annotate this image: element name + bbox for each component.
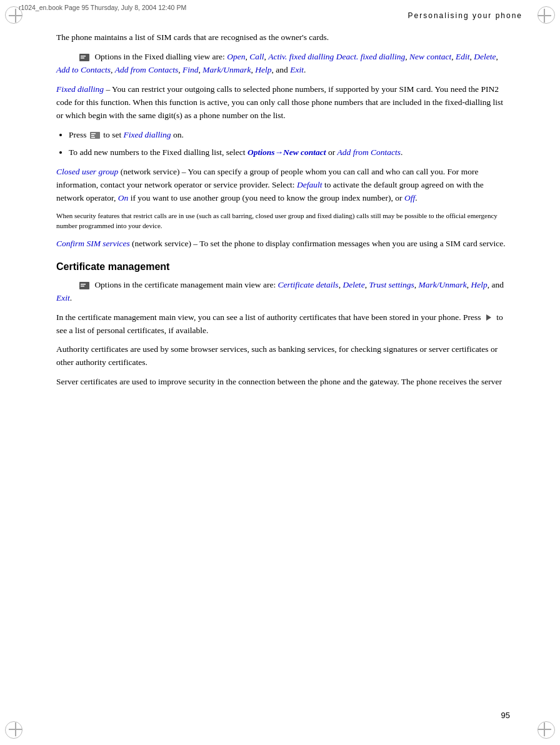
options-fixed-activ: Activ. fixed dialling (268, 52, 334, 61)
cert-body1-text: In the certificate management main view,… (56, 312, 483, 322)
closed-ug-off: Off (404, 193, 415, 202)
bullet1-suffix: on. (173, 130, 184, 139)
main-content: The phone maintains a list of SIM cards … (0, 25, 560, 408)
options-fixed-help: Help (255, 65, 271, 74)
page-number-text: 95 (501, 711, 510, 720)
cert-management-heading: Certificate management (56, 259, 510, 275)
and1: , and (272, 65, 291, 74)
cert-options-items: Certificate details (278, 280, 339, 289)
cert-options-prefix: Options in the certificate management ma… (94, 280, 278, 289)
options-fixed-call: Call (249, 52, 264, 61)
options-fixed-delete: Delete (474, 52, 496, 61)
options-fixed-items: Open (227, 52, 245, 61)
svg-rect-1 (81, 56, 86, 57)
cert-comma4: , (467, 280, 471, 289)
comma7: , (111, 65, 115, 74)
page-number: 95 (501, 711, 510, 720)
menu-icon (89, 130, 103, 139)
cert-icon (79, 280, 94, 289)
closed-ug-on-desc: if you want to use another group (you ne… (128, 193, 404, 202)
confirm-sim-body: (network service) – To set the phone to … (130, 239, 506, 248)
comma4: , (451, 52, 456, 61)
bullet1-fixed-dialling: Fixed dialling (124, 130, 171, 139)
security-note-text: When security features that restrict cal… (56, 212, 498, 229)
options-fixed-newcontact: New contact (409, 52, 451, 61)
bullet-list: Press to set Fixed dialling on. To add n… (69, 129, 510, 160)
fixed-dialling-dash: – You can restrict your outgoing calls t… (56, 84, 503, 120)
closed-ug-on: On (118, 193, 129, 202)
list-icon (79, 52, 94, 61)
cert-options-trust: Trust settings (369, 280, 414, 289)
comma6: , (496, 52, 498, 61)
closed-user-group-label: Closed user group (56, 167, 118, 176)
comma8: , (178, 65, 182, 74)
bullet2-period: . (401, 148, 402, 157)
cert-comma3: , (414, 280, 419, 289)
options-fixed-edit: Edit (456, 52, 470, 61)
intro-paragraph: The phone maintains a list of SIM cards … (56, 31, 510, 44)
cert-period: . (70, 293, 72, 302)
svg-rect-2 (81, 58, 84, 59)
cert-options-exit: Exit (56, 293, 70, 302)
cert-and: , and (488, 280, 504, 289)
fixed-dialling-paragraph: Fixed dialling – You can restrict your o… (56, 83, 510, 122)
svg-rect-9 (81, 286, 84, 287)
cert-body3-text: Server certificates are used to improve … (56, 377, 502, 386)
security-note-paragraph: When security features that restrict cal… (56, 211, 510, 231)
closed-user-group-paragraph: Closed user group (network service) – Yo… (56, 166, 510, 205)
cert-body2-text: Authority certificates are used by some … (56, 344, 498, 367)
options-fixed-addfromc: Add from Contacts (115, 65, 179, 74)
circle-deco-br (538, 721, 555, 739)
svg-marker-10 (486, 314, 491, 321)
cert-body3-paragraph: Server certificates are used to improve … (56, 376, 510, 389)
cert-body1-paragraph: In the certificate management main view,… (56, 311, 510, 338)
options-fixed-deact: Deact. fixed dialling (336, 52, 406, 61)
svg-rect-6 (91, 137, 95, 138)
intro-text: The phone maintains a list of SIM cards … (56, 32, 329, 42)
arrow-right-icon (483, 312, 496, 322)
bullet1-text-before: Press (69, 130, 89, 139)
svg-rect-8 (81, 284, 86, 285)
cert-options-paragraph: Options in the certificate management ma… (56, 279, 510, 305)
options-fixed-addtoc: Add to Contacts (56, 65, 111, 74)
cert-heading-text: Certificate management (56, 261, 169, 272)
confirm-sim-paragraph: Confirm SIM services (network service) –… (56, 238, 510, 251)
svg-rect-5 (91, 135, 94, 136)
bullet2-or: or (326, 148, 338, 157)
bullet2-text-before: To add new numbers to the Fixed dialling… (69, 148, 248, 157)
bullet2-add-from-contacts: Add from Contacts (338, 148, 401, 157)
cert-options-help: Help (471, 280, 488, 289)
bullet2-options-new: Options→New contact (248, 148, 326, 157)
cert-options-delete: Delete (342, 280, 364, 289)
options-fixed-paragraph: Options in the Fixed dialling view are: … (56, 51, 510, 77)
svg-rect-4 (91, 133, 96, 134)
options-fixed-prefix: Options in the Fixed dialling view are: (94, 52, 227, 61)
bullet-item-1: Press to set Fixed dialling on. (69, 129, 510, 142)
book-header-text: r1024_en.book Page 95 Thursday, July 8, … (19, 4, 186, 11)
fixed-dialling-label: Fixed dialling (56, 84, 104, 94)
book-header: r1024_en.book Page 95 Thursday, July 8, … (19, 4, 541, 11)
bullet-item-2: To add new numbers to the Fixed dialling… (69, 146, 510, 159)
cert-options-markun: Mark/Unmark (419, 280, 467, 289)
circle-deco-bl (5, 721, 22, 739)
period1: . (304, 65, 306, 74)
closed-ug-default: Default (297, 180, 322, 189)
options-fixed-exit: Exit (290, 65, 304, 74)
page-heading-text: Personalising your phone (408, 11, 522, 20)
confirm-sim-label: Confirm SIM services (56, 239, 130, 248)
bullet1-text-after: to set (103, 130, 123, 139)
options-fixed-markun: Mark/Unmark (202, 65, 251, 74)
options-fixed-find: Find (182, 65, 199, 74)
cert-body2-paragraph: Authority certificates are used by some … (56, 343, 510, 369)
closed-ug-period: . (415, 193, 417, 202)
